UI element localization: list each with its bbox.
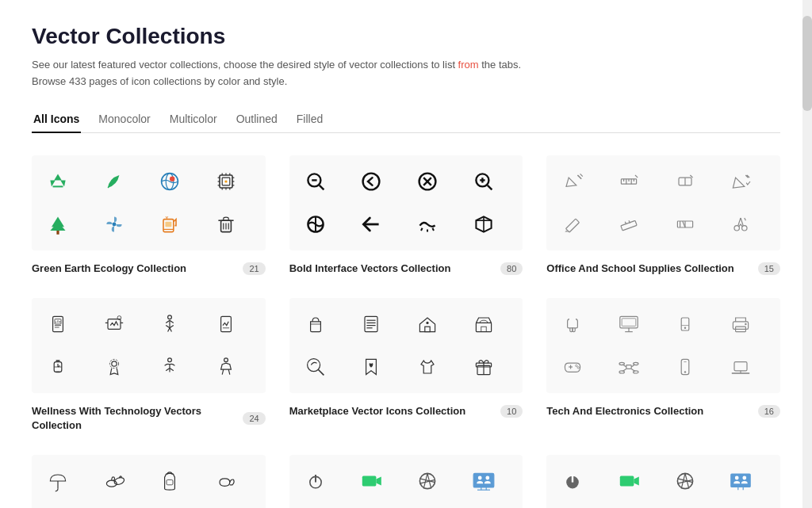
scrollbar-thumb[interactable] (802, 16, 812, 111)
icon-pencil-x (553, 162, 592, 201)
collection-footer-green-earth: Green Earth Ecology Collection 21 (32, 262, 266, 276)
icon-aperture-2 (665, 461, 705, 501)
svg-point-122 (577, 366, 579, 368)
svg-line-41 (487, 185, 492, 189)
collection-footer-bold-interface: Bold Interface Vectors Collection 80 (289, 262, 523, 276)
icon-eraser-x (665, 162, 705, 201)
svg-point-2 (170, 176, 174, 181)
icon-zoom-in (464, 162, 504, 201)
icon-grid-bold-interface (289, 155, 523, 250)
svg-point-17 (224, 180, 227, 182)
collection-name-wellness: Wellness With Technology Vectors Collect… (32, 404, 236, 433)
svg-point-92 (168, 358, 172, 362)
svg-rect-20 (56, 231, 59, 235)
icon-leaf (94, 162, 134, 201)
tabs-container: All Icons Monocolor Multicolor Outlined … (32, 106, 780, 133)
svg-rect-95 (365, 316, 377, 331)
svg-line-69 (745, 218, 746, 220)
icon-globe (150, 162, 190, 201)
svg-rect-112 (622, 319, 636, 327)
svg-rect-193 (731, 474, 752, 488)
collection-count-office: 15 (758, 262, 780, 275)
icon-arrow-left (351, 204, 391, 244)
icon-phone-chart-2 (206, 304, 246, 344)
icon-ruler-x (609, 162, 649, 201)
icon-fitness-device (94, 304, 134, 344)
icon-eye-closed (408, 204, 447, 244)
icon-search-mag (296, 347, 335, 387)
svg-point-188 (677, 474, 692, 489)
svg-rect-60 (621, 220, 637, 231)
icon-flask (351, 504, 391, 508)
icon-x-circle (408, 162, 447, 201)
svg-rect-59 (566, 219, 580, 232)
svg-rect-158 (362, 476, 377, 487)
icon-grid-interface (289, 455, 523, 508)
svg-line-33 (319, 185, 324, 189)
icon-camera-beach (94, 504, 134, 508)
svg-text:Y: Y (166, 215, 169, 220)
tab-outlined[interactable]: Outlined (235, 106, 279, 133)
icon-pencil-2 (553, 204, 592, 244)
collection-card-bold-interface: Bold Interface Vectors Collection 80 (289, 155, 523, 276)
svg-point-128 (619, 362, 624, 365)
collection-card-green-earth: Y Green Earth Ecology Collection (32, 155, 266, 276)
icon-store (464, 304, 504, 344)
svg-line-190 (681, 474, 685, 489)
svg-rect-135 (734, 361, 747, 370)
icon-power (296, 461, 335, 501)
collection-footer-tech: Tech And Electronics Collection 16 (546, 404, 780, 418)
collection-card-marketplace: Marketplace Vector Icons Collection 10 (289, 298, 523, 433)
tab-all-icons[interactable]: All Icons (32, 106, 81, 133)
icon-home-tag (408, 304, 447, 344)
icon-arrow-left-circle (351, 162, 391, 201)
tab-filled[interactable]: Filled (295, 106, 324, 133)
icon-tree (38, 204, 78, 244)
tab-monocolor[interactable]: Monocolor (97, 106, 151, 133)
icon-ruler-3 (665, 204, 705, 244)
icon-aperture (408, 461, 447, 501)
icon-bag (296, 304, 335, 344)
icon-video-green-2 (609, 461, 649, 501)
icon-device-box (665, 304, 705, 344)
svg-point-90 (111, 361, 116, 366)
collection-name-tech: Tech And Electronics Collection (546, 404, 751, 418)
svg-line-161 (423, 474, 427, 489)
icon-power-gray (553, 461, 592, 501)
svg-line-55 (635, 175, 638, 178)
icon-video-green (351, 461, 391, 501)
collection-footer-office: Office And School Supplies Collection 15 (546, 262, 780, 276)
icon-bar-chart (408, 504, 447, 508)
svg-rect-123 (626, 365, 631, 369)
icon-grid-media (546, 455, 780, 508)
icon-grid-marketplace (289, 298, 523, 393)
icon-map-marker (150, 504, 190, 508)
page-title: Vector Collections (32, 24, 780, 49)
icon-video-red (609, 504, 649, 508)
collection-card-media: Media And Entertainment Collection (546, 455, 780, 508)
svg-point-196 (735, 476, 739, 480)
icon-power-outline (553, 504, 592, 508)
collection-card-tech: Tech And Electronics Collection 16 (546, 298, 780, 433)
icon-gift (464, 347, 504, 387)
svg-point-129 (634, 362, 638, 365)
icon-airpods (553, 304, 592, 344)
collection-card-summer: Summer And Vacation Collection (32, 455, 266, 508)
icon-cpu (206, 162, 246, 201)
icon-scissors (721, 204, 760, 244)
icon-bar-chart-2 (665, 504, 705, 508)
subtitle-link[interactable]: from (458, 59, 479, 71)
collection-card-wellness: Wellness With Technology Vectors Collect… (32, 298, 266, 433)
svg-rect-77 (108, 319, 121, 329)
page-container: Vector Collections See our latest featur… (0, 0, 812, 508)
svg-point-118 (745, 323, 747, 325)
collection-name-marketplace: Marketplace Vector Icons Collection (289, 404, 494, 418)
tab-multicolor[interactable]: Multicolor (168, 106, 219, 133)
icon-person-exercise (150, 304, 190, 344)
icon-menu-list (351, 304, 391, 344)
icon-smartwatch (38, 347, 78, 387)
svg-point-21 (112, 222, 116, 226)
scrollbar-track[interactable] (802, 0, 812, 508)
icon-notes (464, 504, 504, 508)
svg-rect-187 (620, 476, 634, 487)
